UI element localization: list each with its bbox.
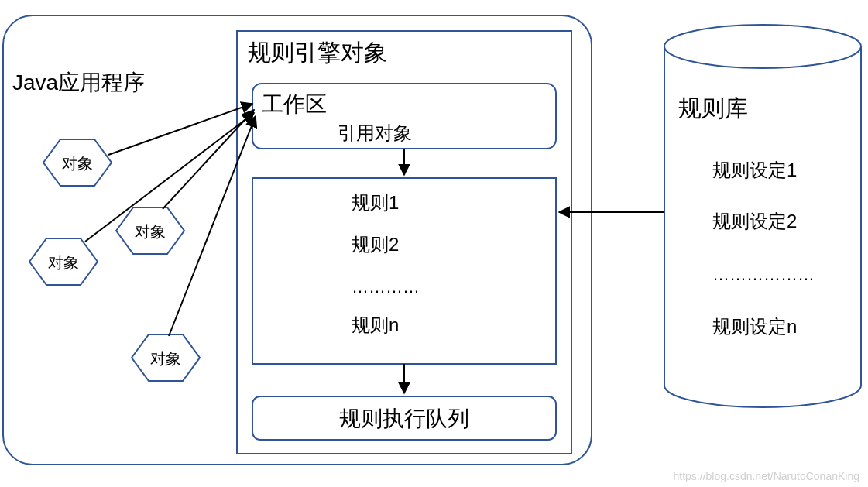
svg-point-0 xyxy=(664,25,861,68)
hexagon-label-1: 对象 xyxy=(62,155,93,172)
rule-item-1: 规则1 xyxy=(352,192,399,213)
rule-item-n: 规则n xyxy=(352,314,399,335)
rule-item-2: 规则2 xyxy=(352,234,399,255)
rulebase-item-1: 规则设定1 xyxy=(712,159,797,180)
queue-label: 规则执行队列 xyxy=(339,406,469,430)
work-area-title: 工作区 xyxy=(262,92,327,116)
rule-item-dots: ………… xyxy=(352,277,420,297)
arrow-hex2-to-workarea xyxy=(163,110,254,209)
hexagon-label-2: 对象 xyxy=(135,223,166,240)
rules-list-box xyxy=(252,178,556,364)
rulebase-title: 规则库 xyxy=(678,95,748,121)
rulebase-item-2: 规则设定2 xyxy=(712,211,797,231)
arrow-hex3-to-workarea xyxy=(85,113,254,242)
watermark: https://blog.csdn.net/NarutoConanKing xyxy=(674,470,860,482)
rulebase-item-dots: ……………… xyxy=(712,265,815,284)
rulebase-item-n: 规则设定n xyxy=(712,316,797,337)
engine-title: 规则引擎对象 xyxy=(248,39,387,65)
work-area-sub: 引用对象 xyxy=(338,122,412,143)
hexagon-label-4: 对象 xyxy=(150,350,181,367)
java-app-label: Java应用程序 xyxy=(12,70,145,94)
arrow-hex1-to-workarea xyxy=(108,104,252,155)
hexagon-label-3: 对象 xyxy=(48,254,79,271)
